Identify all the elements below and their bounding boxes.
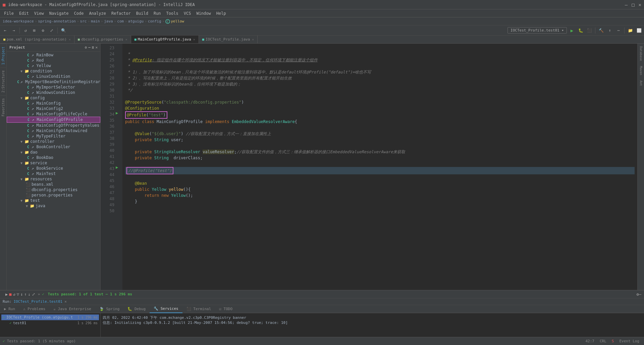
right-tab-maven[interactable]: Maven <box>639 65 643 76</box>
run-sort-button[interactable]: ↕ <box>20 292 23 297</box>
run-name[interactable]: IOCTest_Profile.test01 <box>14 299 63 304</box>
tree-item-red[interactable]: C ↗ Red <box>7 58 100 63</box>
tree-item-bookdao[interactable]: C ↗ BookDao <box>7 155 100 160</box>
breadcrumb-part[interactable]: src <box>80 19 87 23</box>
sidebar-expand-icon[interactable]: ≡ <box>92 45 94 50</box>
build-button[interactable]: 🔨 <box>597 27 605 34</box>
tab-main-config-profile[interactable]: ■ MainConfigOfProfile.java ✕ <box>131 36 199 44</box>
tree-item-myimportbean[interactable]: C ↗ MyImportBeanDefinitionRegistrar <box>7 79 100 84</box>
tree-folder-condition[interactable]: ▼ 📁 condition <box>7 68 100 74</box>
project-tab[interactable]: 1:Project <box>0 44 6 67</box>
bottom-tab-terminal[interactable]: ⬛ Terminal <box>182 305 215 313</box>
close-tab-main-config[interactable]: ✕ <box>193 38 195 41</box>
bottom-tab-services[interactable]: 🔧 Services <box>150 305 182 313</box>
menu-refactor[interactable]: Refactor <box>109 10 133 16</box>
breadcrumb-part[interactable]: main <box>91 19 100 23</box>
test-result-ioctest[interactable]: ✓ IOCTest_Profile (com.atguigu.t 1 s 296… <box>1 314 99 320</box>
tree-folder-controller[interactable]: ▼ 📁 controller <box>7 139 100 144</box>
sync-button[interactable]: ↺ <box>22 27 29 34</box>
minimize-button[interactable]: — <box>625 2 628 7</box>
run-rerun-button[interactable]: ↺ <box>13 292 15 297</box>
tree-item-mainconfig2[interactable]: C ↗ MainConfig2 <box>7 106 100 111</box>
structure-tab[interactable]: 2:Structure <box>0 67 6 95</box>
close-tab-dbconfig[interactable]: ✕ <box>125 38 127 41</box>
breadcrumb-current[interactable]: yellow <box>171 19 184 23</box>
event-log[interactable]: Event Log <box>617 339 641 343</box>
breadcrumb-part[interactable]: atguigu <box>128 19 144 23</box>
breadcrumb-part[interactable]: config <box>148 19 161 23</box>
bottom-tab-problems[interactable]: ⚠ Problems <box>19 305 49 313</box>
menu-window[interactable]: Window <box>194 10 213 16</box>
tab-ioctest-profile[interactable]: ■ IOCTest_Profile.java ✕ <box>199 36 258 44</box>
tree-item-mytypefilter[interactable]: C ↗ MyTypeFilter <box>7 133 100 139</box>
tree-item-bookservice[interactable]: C ↗ BookService <box>7 166 100 171</box>
breadcrumb-part[interactable]: C <box>165 19 171 24</box>
tree-item-yellow[interactable]: C ↗ Yellow <box>7 63 100 68</box>
menu-file[interactable]: File <box>1 10 16 16</box>
bottom-tab-java-enterprise[interactable]: ☕ Java Enterprise <box>49 305 95 313</box>
tab-dbconfig[interactable]: ■ dbconfig.properties ✕ <box>74 36 131 44</box>
sidebar-gear-icon[interactable]: ⚙ <box>85 45 87 50</box>
run-play-button[interactable]: ▶ <box>5 292 8 297</box>
run-button[interactable]: ▶ <box>568 27 576 34</box>
tree-item-mainconifgautowired[interactable]: C ↗ MainConifgOfAutowired <box>7 128 100 133</box>
run-up-button[interactable]: ↑ <box>24 292 26 297</box>
tree-item-mainconfigpropertyvalues[interactable]: C ↗ MainConfigOfPropertyValues <box>7 123 100 128</box>
run-config-selector[interactable]: IOCTest_Profile.test01 ▾ <box>507 27 567 34</box>
breadcrumb-part[interactable]: idea-workspace <box>3 19 34 23</box>
menu-analyze[interactable]: Analyze <box>86 10 109 16</box>
tree-item-myimportselector[interactable]: C ↗ MyImportSelector <box>7 84 100 90</box>
tree-folder-service[interactable]: ▼ 📁 service <box>7 160 100 166</box>
bottom-tab-run[interactable]: ▶ Run <box>0 305 19 313</box>
expand-button[interactable]: ⤢ <box>48 27 55 34</box>
menu-run[interactable]: Run <box>151 10 164 16</box>
run-close-button[interactable]: ✕ <box>64 299 67 304</box>
debug-button[interactable]: 🐛 <box>577 27 584 34</box>
terminal-button[interactable]: ⬜ <box>635 27 643 34</box>
run-down-button[interactable]: ↓ <box>28 292 30 297</box>
run-gutter-icon-2[interactable]: ▶ <box>116 165 118 170</box>
bottom-tab-todo[interactable]: ☑ TODO <box>215 305 236 313</box>
tree-item-windowscondition[interactable]: C ↗ WindowsCondition <box>7 90 100 95</box>
git-button[interactable]: ↑ <box>606 27 613 34</box>
tab-pom-xml[interactable]: ■ pom.xml (spring-annotation) ✕ <box>0 36 74 44</box>
code-content[interactable]: * * @Profile: 指定组件在哪个环境的情况下才能被注册到容器中，不指定… <box>122 44 637 290</box>
breadcrumb-part[interactable]: spring-annotation <box>38 19 76 23</box>
tree-folder-java[interactable]: ▼ 📁 java <box>7 203 100 209</box>
tree-item-maintest[interactable]: C ↗ MainTest <box>7 171 100 176</box>
close-tab-ioctest[interactable]: ✕ <box>252 38 254 41</box>
run-export-button[interactable]: ⤢ <box>32 292 35 297</box>
tree-folder-test[interactable]: ▼ 📁 test <box>7 198 100 203</box>
right-tab-ant[interactable]: Ant <box>639 79 643 87</box>
test-result-test01[interactable]: ✓ test01 1 s 296 ms <box>1 320 99 326</box>
menu-help[interactable]: Help <box>214 10 229 16</box>
breadcrumb-part[interactable]: java <box>104 19 113 23</box>
tree-folder-config[interactable]: ▼ 📁 config <box>7 95 100 101</box>
run-gutter-icon[interactable]: ▶ <box>116 111 118 115</box>
tree-item-beansxml[interactable]: ⬛ beans.xml <box>7 182 100 187</box>
close-tab-pom[interactable]: ✕ <box>69 38 71 41</box>
menu-code[interactable]: Code <box>71 10 87 16</box>
tree-item-rainbow[interactable]: C ↗ RainBow <box>7 52 100 58</box>
forward-button[interactable]: → <box>10 27 17 34</box>
breadcrumb-part[interactable]: com <box>117 19 124 23</box>
sidebar-collapse-icon[interactable]: — <box>88 45 91 50</box>
back-button[interactable]: ← <box>1 27 9 34</box>
maximize-button[interactable]: □ <box>632 2 634 7</box>
git-status[interactable]: S <box>610 339 616 343</box>
bottom-tab-spring[interactable]: 🍃 Spring <box>95 305 123 313</box>
run-minimize-button[interactable]: — <box>639 292 641 297</box>
sidebar-close-icon[interactable]: ✕ <box>95 45 98 50</box>
tree-item-mainconfiglifecycle[interactable]: C ↗ MainConfigOfLifeCycle <box>7 111 100 117</box>
menu-edit[interactable]: Edit <box>16 10 32 16</box>
run-settings-button[interactable]: ⚙ <box>637 292 639 297</box>
bottom-tab-debug[interactable]: 🐛 Debug <box>123 305 150 313</box>
menu-navigate[interactable]: Navigate <box>47 10 71 16</box>
tree-item-personprops[interactable]: ⬛ person.properties <box>7 192 100 198</box>
tree-item-dbconfig[interactable]: ⬛ dbconfig.properties <box>7 187 100 192</box>
favorites-tab[interactable]: Favorites <box>0 95 6 119</box>
right-tab-database[interactable]: Database <box>639 45 643 62</box>
menu-build[interactable]: Build <box>133 10 151 16</box>
menu-tools[interactable]: Tools <box>164 10 181 16</box>
menu-vcs[interactable]: VCS <box>181 10 194 16</box>
